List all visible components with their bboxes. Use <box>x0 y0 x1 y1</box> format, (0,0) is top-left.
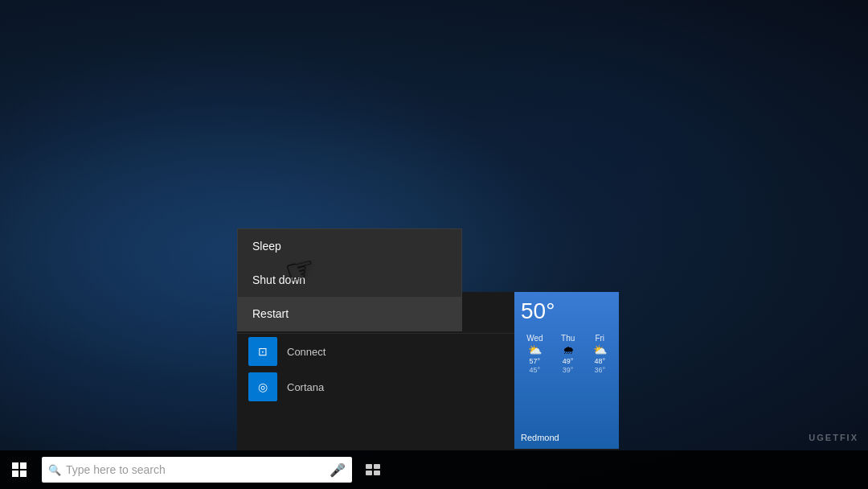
search-placeholder-text: Type here to search <box>66 463 325 476</box>
taskbar: 🔍 Type here to search 🎤 <box>0 450 868 489</box>
restart-label: Restart <box>252 307 289 320</box>
cortana-icon: ◎ <box>248 372 277 401</box>
start-menu-left-panel: ⊡ Connect ◎ Cortana <box>237 334 514 450</box>
weather-city: Redmond <box>521 433 559 442</box>
restart-menu-item[interactable]: Restart <box>238 297 461 331</box>
cortana-label: Cortana <box>287 381 324 393</box>
sleep-label: Sleep <box>252 240 281 253</box>
task-view-icon <box>366 464 380 475</box>
weather-day-wed: Wed ⛅ 57° 45° <box>526 334 542 374</box>
fri-label: Fri <box>595 334 604 343</box>
cortana-item[interactable]: ◎ Cortana <box>237 369 514 405</box>
task-view-button[interactable] <box>355 450 391 489</box>
power-menu: Sleep Shut down Restart <box>237 228 462 331</box>
wed-label: Wed <box>526 334 542 343</box>
wed-lo: 45° <box>530 366 541 374</box>
sleep-menu-item[interactable]: Sleep <box>238 229 461 263</box>
connect-item[interactable]: ⊡ Connect <box>237 334 514 369</box>
search-bar[interactable]: 🔍 Type here to search 🎤 <box>42 457 352 483</box>
fri-icon: ⛅ <box>593 343 607 356</box>
thu-icon: 🌧 <box>563 343 574 356</box>
windows-logo-icon <box>12 462 27 477</box>
shutdown-menu-item[interactable]: Shut down <box>238 263 461 297</box>
start-button[interactable] <box>0 450 39 489</box>
watermark: UGETFIX <box>809 433 858 442</box>
wed-hi: 57° <box>530 357 541 365</box>
weather-day-fri: Fri ⛅ 48° 36° <box>593 334 607 374</box>
search-icon: 🔍 <box>48 464 61 476</box>
thu-hi: 49° <box>563 357 574 365</box>
connect-icon: ⊡ <box>248 337 277 366</box>
fri-lo: 36° <box>594 366 605 374</box>
thu-label: Thu <box>561 334 575 343</box>
thu-lo: 39° <box>563 366 574 374</box>
mic-icon[interactable]: 🎤 <box>330 462 346 478</box>
weather-temp: 50° <box>521 298 555 324</box>
fri-hi: 48° <box>594 357 605 365</box>
connect-label: Connect <box>287 346 326 358</box>
shutdown-label: Shut down <box>252 273 305 286</box>
weather-days-row: Wed ⛅ 57° 45° Thu 🌧 49° 39° Fri ⛅ 48° 36… <box>514 334 619 374</box>
wed-icon: ⛅ <box>528 343 542 356</box>
weather-day-thu: Thu 🌧 49° 39° <box>561 334 575 374</box>
weather-tile: 50° Wed ⛅ 57° 45° Thu 🌧 49° 39° Fri ⛅ <box>514 292 619 449</box>
